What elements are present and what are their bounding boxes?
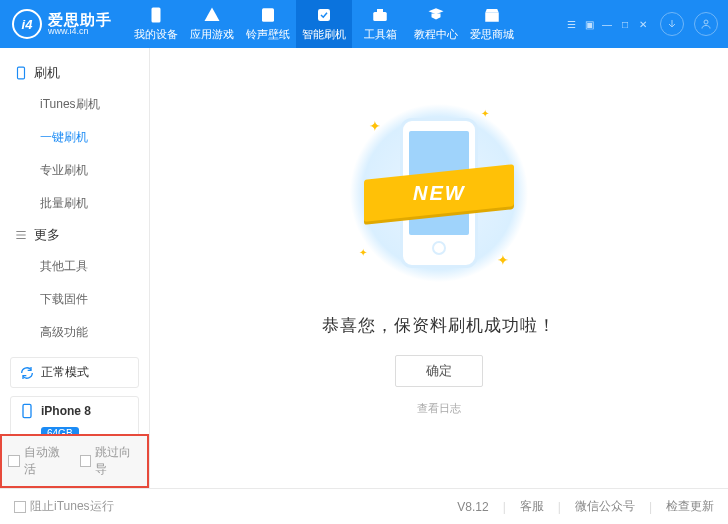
sidebar-header-more: 更多 — [0, 220, 149, 250]
nav-label: 铃声壁纸 — [246, 27, 290, 42]
nav-ringtones[interactable]: 铃声壁纸 — [240, 0, 296, 48]
skin-icon[interactable]: ▣ — [582, 17, 596, 31]
new-ribbon: NEW — [364, 172, 514, 214]
app-url: www.i4.cn — [48, 27, 112, 36]
sidebar-item-advanced[interactable]: 高级功能 — [0, 316, 149, 349]
checkbox-icon — [8, 455, 20, 467]
sidebar-item-pro-flash[interactable]: 专业刷机 — [0, 154, 149, 187]
svg-rect-5 — [485, 13, 499, 22]
nav-label: 爱思商城 — [470, 27, 514, 42]
maximize-button[interactable]: □ — [618, 17, 632, 31]
svg-rect-1 — [262, 8, 274, 22]
sidebar-item-batch-flash[interactable]: 批量刷机 — [0, 187, 149, 220]
mode-label: 正常模式 — [41, 364, 89, 381]
nav-label: 教程中心 — [414, 27, 458, 42]
checkbox-icon — [80, 455, 92, 467]
checkbox-auto-activate[interactable]: 自动激活 — [8, 444, 70, 478]
svg-rect-0 — [152, 8, 161, 23]
svg-rect-2 — [318, 9, 330, 21]
svg-rect-7 — [18, 67, 25, 79]
account-button[interactable] — [694, 12, 718, 36]
bottom-options: 自动激活 跳过向导 — [0, 434, 149, 488]
sidebar-item-onekey-flash[interactable]: 一键刷机 — [0, 121, 149, 154]
settings-icon[interactable]: ☰ — [564, 17, 578, 31]
apps-icon — [203, 6, 221, 24]
ok-button[interactable]: 确定 — [395, 355, 483, 387]
sidebar-item-other-tools[interactable]: 其他工具 — [0, 250, 149, 283]
version-label: V8.12 — [457, 500, 488, 514]
wechat-link[interactable]: 微信公众号 — [575, 498, 635, 515]
download-button[interactable] — [660, 12, 684, 36]
device-mode[interactable]: 正常模式 — [10, 357, 139, 388]
nav-my-device[interactable]: 我的设备 — [128, 0, 184, 48]
view-log-link[interactable]: 查看日志 — [417, 401, 461, 416]
nav-label: 我的设备 — [134, 27, 178, 42]
nav-toolbox[interactable]: 工具箱 — [352, 0, 408, 48]
sidebar-header-flash: 刷机 — [0, 58, 149, 88]
svg-rect-3 — [373, 12, 387, 21]
checkbox-label: 阻止iTunes运行 — [30, 498, 114, 515]
minimize-button[interactable]: — — [600, 17, 614, 31]
success-illustration: ✦ ✦ ✦ ✦ NEW — [339, 98, 539, 288]
main-content: ✦ ✦ ✦ ✦ NEW 恭喜您，保资料刷机成功啦！ 确定 查看日志 — [150, 48, 728, 488]
app-name: 爱思助手 — [48, 12, 112, 27]
checkbox-skip-wizard[interactable]: 跳过向导 — [80, 444, 142, 478]
sidebar-header-label: 更多 — [34, 226, 60, 244]
checkbox-label: 跳过向导 — [95, 444, 141, 478]
checkbox-label: 自动激活 — [24, 444, 70, 478]
sidebar-item-download-fw[interactable]: 下载固件 — [0, 283, 149, 316]
sidebar-item-itunes-flash[interactable]: iTunes刷机 — [0, 88, 149, 121]
svg-point-6 — [704, 20, 708, 24]
device-icon — [147, 6, 165, 24]
nav-store[interactable]: 爱思商城 — [464, 0, 520, 48]
app-logo: i4 爱思助手 www.i4.cn — [12, 9, 112, 39]
store-icon — [483, 6, 501, 24]
nav-label: 工具箱 — [364, 27, 397, 42]
success-message: 恭喜您，保资料刷机成功啦！ — [322, 314, 556, 337]
device-name: iPhone 8 — [41, 404, 91, 418]
tutorial-icon — [427, 6, 445, 24]
titlebar-right: ☰ ▣ — □ ✕ — [564, 12, 718, 36]
nav-tutorials[interactable]: 教程中心 — [408, 0, 464, 48]
nav-flash[interactable]: 智能刷机 — [296, 0, 352, 48]
menu-icon — [14, 228, 28, 242]
checkbox-block-itunes[interactable]: 阻止iTunes运行 — [14, 498, 114, 515]
flash-icon — [315, 6, 333, 24]
sidebar-header-label: 刷机 — [34, 64, 60, 82]
nav-label: 应用游戏 — [190, 27, 234, 42]
nav-label: 智能刷机 — [302, 27, 346, 42]
svg-rect-4 — [377, 9, 383, 12]
titlebar: i4 爱思助手 www.i4.cn 我的设备 应用游戏 铃声壁纸 智能刷机 工具… — [0, 0, 728, 48]
nav-apps[interactable]: 应用游戏 — [184, 0, 240, 48]
note-icon — [259, 6, 277, 24]
check-update-link[interactable]: 检查更新 — [666, 498, 714, 515]
close-button[interactable]: ✕ — [636, 17, 650, 31]
statusbar: 阻止iTunes运行 V8.12 | 客服 | 微信公众号 | 检查更新 — [0, 488, 728, 524]
sidebar: 刷机 iTunes刷机 一键刷机 专业刷机 批量刷机 更多 其他工具 下载固件 … — [0, 48, 150, 488]
support-link[interactable]: 客服 — [520, 498, 544, 515]
refresh-icon — [19, 365, 35, 381]
logo-badge: i4 — [12, 9, 42, 39]
phone-icon — [14, 66, 28, 80]
checkbox-icon — [14, 501, 26, 513]
phone-small-icon — [19, 403, 35, 419]
top-nav: 我的设备 应用游戏 铃声壁纸 智能刷机 工具箱 教程中心 爱思商城 — [128, 0, 520, 48]
ribbon-text: NEW — [413, 182, 466, 205]
svg-rect-8 — [23, 404, 31, 417]
toolbox-icon — [371, 6, 389, 24]
